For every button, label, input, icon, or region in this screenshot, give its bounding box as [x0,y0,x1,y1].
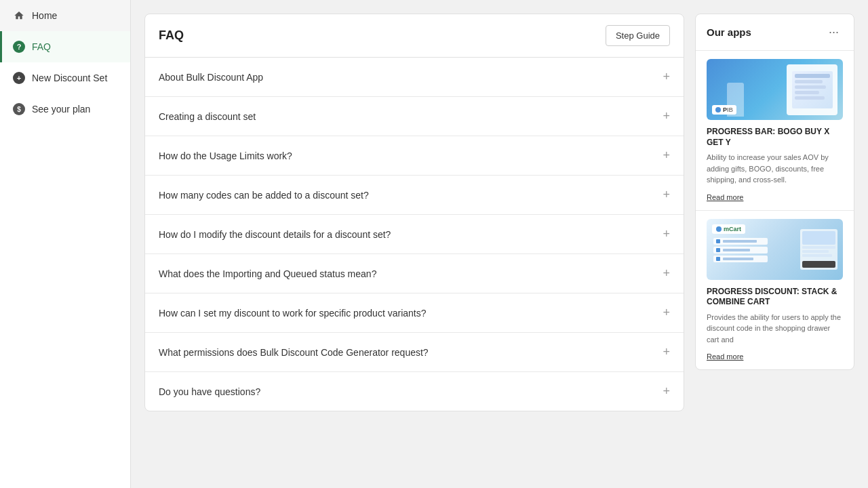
app-description-progress-bar: Ability to increase your sales AOV by ad… [707,152,843,186]
faq-item-usage-limits[interactable]: How do the Usage Limits work? + [145,136,684,176]
app-screenshot [787,64,837,115]
sidebar-item-new-discount-label: New Discount Set [32,73,107,83]
sidebar-item-see-your-plan[interactable]: $ See your plan [0,94,130,125]
step-guide-button[interactable]: Step Guide [606,25,670,46]
faq-icon: ? [13,41,25,53]
faq-item-questions[interactable]: Do you have questions? + [145,372,684,411]
faq-expand-icon: + [663,109,670,123]
decorative-figure [727,83,744,117]
mcart-badge: mCart [712,224,745,234]
sidebar-item-home-label: Home [32,10,57,21]
faq-expand-icon: + [663,384,670,399]
app-entry-multi-discount: mCart [696,211,854,370]
faq-question: How do the Usage Limits work? [159,150,292,161]
faq-item-product-variants[interactable]: How can I set my discount to work for sp… [145,293,684,333]
sidebar-item-plan-label: See your plan [32,104,90,115]
faq-expand-icon: + [663,227,670,241]
faq-expand-icon: + [663,148,670,163]
app-features-list [713,238,768,262]
faq-expand-icon: + [663,266,670,281]
apps-more-button[interactable]: ··· [825,24,843,41]
faq-expand-icon: + [663,188,670,202]
faq-item-creating-discount[interactable]: Creating a discount set + [145,97,684,136]
faq-expand-icon: + [663,70,670,84]
home-icon [13,9,25,22]
faq-question: How many codes can be added to a discoun… [159,190,369,201]
sidebar-item-home[interactable]: Home [0,0,130,31]
faq-item-about-bulk[interactable]: About Bulk Discount App + [145,58,684,97]
app-description-multi-discount: Provides the ability for users to apply … [707,312,843,346]
apps-panel: Our apps ··· PIB [695,14,854,370]
faq-item-importing-queued[interactable]: What does the Importing and Queued statu… [145,254,684,293]
faq-question: About Bulk Discount App [159,72,263,83]
app-read-more-progress-bar[interactable]: Read more [707,193,743,201]
app-entry-progress-bar: PIB PROGRESS BAR: BOGO BUY X GET Y Abili… [696,51,854,211]
faq-title: FAQ [159,28,184,43]
sidebar: Home ? FAQ + New Discount Set $ See your… [0,0,131,488]
dollar-icon: $ [13,103,25,115]
faq-header: FAQ Step Guide [145,14,684,58]
faq-item-permissions[interactable]: What permissions does Bulk Discount Code… [145,333,684,372]
faq-question: What does the Importing and Queued statu… [159,268,376,279]
faq-card: FAQ Step Guide About Bulk Discount App +… [144,14,684,411]
app-image-progress-bar: PIB [707,59,843,120]
app-name-multi-discount: PROGRESS DISCOUNT: STACK & COMBINE CART [707,287,843,308]
faq-question: How can I set my discount to work for sp… [159,308,427,319]
plus-circle-icon: + [13,72,25,84]
faq-item-modify-discount[interactable]: How do I modify the discount details for… [145,215,684,254]
sidebar-item-faq-label: FAQ [32,41,51,52]
app-name-progress-bar: PROGRESS BAR: BOGO BUY X GET Y [707,127,843,148]
faq-item-how-many-codes[interactable]: How many codes can be added to a discoun… [145,176,684,215]
sidebar-item-new-discount-set[interactable]: + New Discount Set [0,62,130,94]
sidebar-item-faq[interactable]: ? FAQ [0,31,130,62]
apps-panel-title: Our apps [707,26,751,38]
faq-question: Do you have questions? [159,386,260,397]
faq-question: Creating a discount set [159,111,256,122]
faq-question: How do I modify the discount details for… [159,229,391,240]
faq-question: What permissions does Bulk Discount Code… [159,347,429,358]
mcart-badge-text: mCart [724,226,741,232]
main-content: FAQ Step Guide About Bulk Discount App +… [131,0,868,488]
apps-header: Our apps ··· [696,14,854,51]
faq-expand-icon: + [663,345,670,359]
faq-expand-icon: + [663,306,670,320]
app-preview-card [800,229,837,270]
app-read-more-multi-discount[interactable]: Read more [707,352,743,361]
app-image-multi-discount: mCart [707,219,843,280]
